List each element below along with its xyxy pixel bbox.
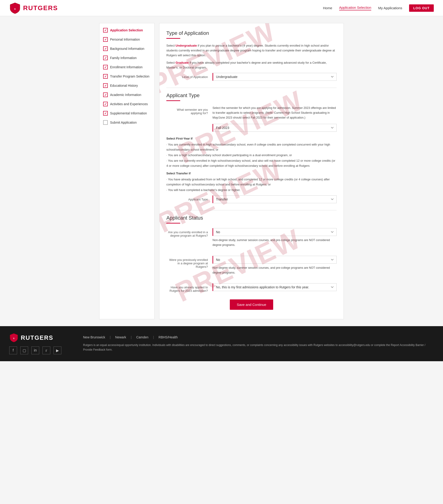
sidebar-item-supplemental-information[interactable]: Supplemental Information (99, 109, 154, 118)
nav-application-selection[interactable]: Application Selection (339, 5, 371, 10)
sidebar-label-submit-application: Submit Application (110, 121, 137, 124)
twitter-icon[interactable]: 𝕣 (42, 346, 50, 354)
semester-control: Select the semester for which you are ap… (213, 106, 337, 132)
sidebar-item-transfer-program-selection[interactable]: Transfer Program Selection (99, 72, 154, 81)
type-desc-2: Select Graduate if you have already comp… (166, 60, 337, 70)
logout-button[interactable]: LOG OUT (409, 4, 434, 12)
checkbox-application-selection (103, 28, 108, 33)
sidebar-item-enrollment-information[interactable]: Enrollment Information (99, 63, 154, 72)
footer-logo: R RUTGERS (9, 333, 74, 342)
main-nav: Home Application Selection My Applicatio… (323, 4, 434, 12)
sidebar-label-supplemental-information: Supplemental Information (110, 111, 147, 115)
footer-camden[interactable]: Camden (136, 335, 148, 339)
transfer-bullet-1: · You have already graduated from or lef… (166, 177, 337, 187)
save-and-continue-button[interactable]: Save and Continue (230, 299, 273, 310)
q2-select[interactable]: NoYes (213, 256, 337, 264)
svg-text:R: R (14, 8, 16, 10)
desc1-prefix: Select (166, 44, 176, 47)
checkbox-submit-application (103, 120, 108, 125)
sidebar-label-application-selection: Application Selection (110, 28, 143, 32)
footer: R RUTGERS f ▢ in 𝕣 ▶ New Brunswick | New… (0, 326, 443, 361)
applicant-type-row: Applicant Type First-YearTransfer (166, 195, 337, 203)
type-desc-1: Select Undergraduate if you plan to purs… (166, 43, 337, 58)
section-divider-2 (166, 100, 180, 101)
checkbox-background-information (103, 46, 108, 51)
sidebar-label-academic-information: Academic Information (110, 93, 141, 97)
checkbox-educational-history (103, 83, 108, 88)
level-of-application-row: Level of Application UndergraduateGradua… (166, 73, 337, 81)
nav-my-applications[interactable]: My Applications (378, 6, 402, 10)
divider-2 (166, 210, 337, 210)
q1-note: Non-degree study, summer session courses… (213, 238, 337, 248)
q2-control: NoYes Non-degree study, summer session c… (213, 256, 337, 279)
sidebar-item-personal-information[interactable]: Personal Information (99, 35, 154, 44)
semester-desc: Select the semester for which you are ap… (213, 106, 337, 120)
footer-legal: Rutgers is an equal access/equal opportu… (83, 343, 434, 352)
applicant-type-section: Applicant Type What semester are you app… (166, 92, 337, 203)
sidebar-item-application-selection[interactable]: Application Selection (99, 26, 154, 35)
applicant-type-control: First-YearTransfer (213, 195, 337, 203)
content-panel: PREVIEW PREVIEW PREVIEW PREVIEW Type of … (159, 23, 344, 319)
semester-row: What semester are you applying for? Sele… (166, 106, 337, 132)
checkbox-transfer-program-selection (103, 74, 108, 79)
applicant-status-section: Applicant Status Are you currently enrol… (166, 215, 337, 292)
q3-select[interactable]: No, this is my first admissions applicat… (213, 283, 337, 291)
type-of-application-section: Type of Application Select Undergraduate… (166, 30, 337, 81)
desc2-prefix: Select (166, 61, 176, 64)
sidebar-item-educational-history[interactable]: Educational History (99, 81, 154, 90)
first-year-label: Select First-Year if (166, 136, 337, 141)
semester-select[interactable]: Fall 2023Spring 2023Summer 2023 (213, 124, 337, 132)
sidebar-item-family-information[interactable]: Family Information (99, 53, 154, 63)
first-year-bullet-2: · You are a high school/secondary school… (166, 153, 337, 158)
footer-logo-text: RUTGERS (21, 334, 53, 341)
footer-shield-icon: R (9, 333, 18, 342)
section-divider-3 (166, 223, 180, 223)
sidebar-label-enrollment-information: Enrollment Information (110, 65, 143, 69)
checkbox-family-information (103, 55, 108, 60)
sidebar-item-background-information[interactable]: Background Information (99, 44, 154, 53)
q1-label: Are you currently enrolled in a degree p… (166, 228, 208, 237)
sidebar-label-family-information: Family Information (110, 56, 137, 60)
main-container: Application SelectionPersonal Informatio… (95, 23, 348, 319)
semester-label: What semester are you applying for? (166, 106, 208, 115)
transfer-bullet-2: · You will have completed a bachelor's d… (166, 188, 337, 193)
sidebar-label-educational-history: Educational History (110, 84, 138, 88)
youtube-icon[interactable]: ▶ (54, 346, 61, 354)
checkbox-personal-information (103, 37, 108, 42)
transfer-block: Select Transfer if · You have already gr… (166, 171, 337, 193)
q1-control: NoYes Non-degree study, summer session c… (213, 228, 337, 251)
svg-text:R: R (13, 338, 15, 340)
q3-label: Have you already applied to Rutgers for … (166, 283, 208, 292)
footer-rbhs[interactable]: RBHS/Health (159, 335, 178, 339)
facebook-icon[interactable]: f (9, 346, 17, 354)
checkbox-enrollment-information (103, 65, 108, 70)
q1-select[interactable]: NoYes (213, 228, 337, 236)
type-of-application-title: Type of Application (166, 30, 337, 36)
nav-home[interactable]: Home (323, 6, 332, 10)
transfer-label: Select Transfer if (166, 171, 337, 176)
sidebar-item-submit-application[interactable]: Submit Application (99, 118, 154, 127)
instagram-icon[interactable]: ▢ (20, 346, 28, 354)
checkbox-academic-information (103, 92, 108, 97)
linkedin-icon[interactable]: in (31, 346, 39, 354)
applicant-status-title: Applicant Status (166, 215, 337, 221)
footer-newark[interactable]: Newark (115, 335, 126, 339)
q3-row: Have you already applied to Rutgers for … (166, 283, 337, 292)
footer-links: New Brunswick | Newark | Camden | RBHS/H… (83, 335, 434, 339)
rutgers-shield-icon: R (9, 2, 21, 14)
footer-left: R RUTGERS f ▢ in 𝕣 ▶ (9, 333, 74, 354)
q3-control: No, this is my first admissions applicat… (213, 283, 337, 291)
sidebar-item-academic-information[interactable]: Academic Information (99, 90, 154, 99)
divider-1 (166, 88, 337, 88)
rutgers-logo-text: RUTGERS (23, 4, 58, 12)
footer-new-brunswick[interactable]: New Brunswick (83, 335, 105, 339)
sidebar-item-activities-and-experiences[interactable]: Activities and Experiences (99, 99, 154, 109)
footer-social: f ▢ in 𝕣 ▶ (9, 346, 74, 354)
q2-note: Non-degree study, summer session courses… (213, 266, 337, 275)
desc1-highlight: Undergraduate (176, 44, 197, 47)
desc2-suffix: if you have already completed your bache… (166, 61, 327, 69)
applicant-type-select[interactable]: First-YearTransfer (213, 195, 337, 203)
desc2-highlight: Graduate (176, 61, 189, 64)
level-select[interactable]: UndergraduateGraduate (213, 73, 337, 81)
section-divider-1 (166, 38, 180, 39)
